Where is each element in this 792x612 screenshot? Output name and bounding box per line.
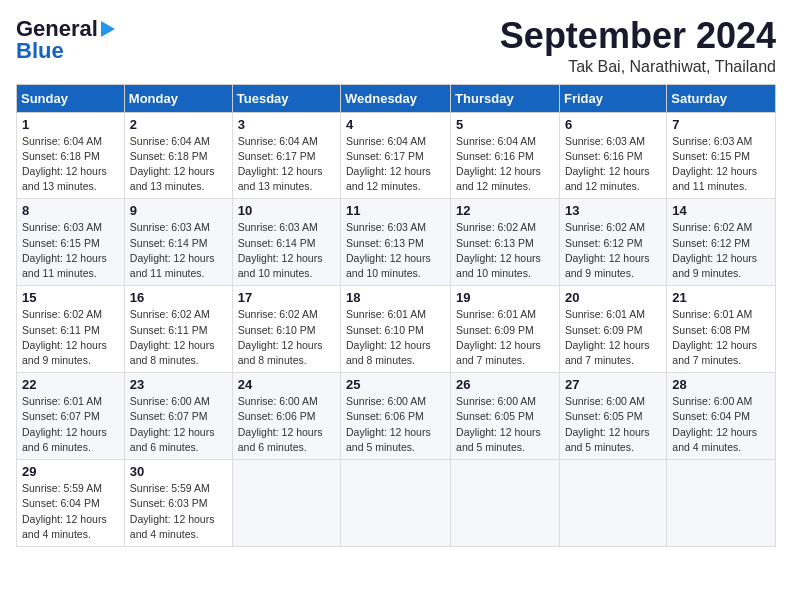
- calendar-header-row: Sunday Monday Tuesday Wednesday Thursday…: [17, 84, 776, 112]
- day-number: 11: [346, 203, 445, 218]
- day-number: 7: [672, 117, 770, 132]
- day-info: Sunrise: 6:01 AM Sunset: 6:08 PM Dayligh…: [672, 307, 770, 368]
- calendar-day-cell: 4 Sunrise: 6:04 AM Sunset: 6:17 PM Dayli…: [341, 112, 451, 199]
- day-info: Sunrise: 6:04 AM Sunset: 6:18 PM Dayligh…: [22, 134, 119, 195]
- day-number: 12: [456, 203, 554, 218]
- calendar-day-cell: 6 Sunrise: 6:03 AM Sunset: 6:16 PM Dayli…: [559, 112, 666, 199]
- day-info: Sunrise: 6:03 AM Sunset: 6:15 PM Dayligh…: [22, 220, 119, 281]
- day-number: 3: [238, 117, 335, 132]
- calendar-day-cell: 14 Sunrise: 6:02 AM Sunset: 6:12 PM Dayl…: [667, 199, 776, 286]
- calendar-week-row: 15 Sunrise: 6:02 AM Sunset: 6:11 PM Dayl…: [17, 286, 776, 373]
- day-info: Sunrise: 5:59 AM Sunset: 6:04 PM Dayligh…: [22, 481, 119, 542]
- day-number: 8: [22, 203, 119, 218]
- day-number: 20: [565, 290, 661, 305]
- calendar-week-row: 1 Sunrise: 6:04 AM Sunset: 6:18 PM Dayli…: [17, 112, 776, 199]
- day-info: Sunrise: 6:01 AM Sunset: 6:09 PM Dayligh…: [565, 307, 661, 368]
- calendar-day-cell: 26 Sunrise: 6:00 AM Sunset: 6:05 PM Dayl…: [451, 373, 560, 460]
- calendar-day-cell: 21 Sunrise: 6:01 AM Sunset: 6:08 PM Dayl…: [667, 286, 776, 373]
- day-number: 15: [22, 290, 119, 305]
- day-number: 29: [22, 464, 119, 479]
- day-info: Sunrise: 6:00 AM Sunset: 6:06 PM Dayligh…: [346, 394, 445, 455]
- day-info: Sunrise: 6:02 AM Sunset: 6:11 PM Dayligh…: [22, 307, 119, 368]
- calendar-day-cell: 17 Sunrise: 6:02 AM Sunset: 6:10 PM Dayl…: [232, 286, 340, 373]
- day-info: Sunrise: 6:00 AM Sunset: 6:04 PM Dayligh…: [672, 394, 770, 455]
- day-info: Sunrise: 6:02 AM Sunset: 6:12 PM Dayligh…: [565, 220, 661, 281]
- day-number: 27: [565, 377, 661, 392]
- day-info: Sunrise: 6:01 AM Sunset: 6:09 PM Dayligh…: [456, 307, 554, 368]
- calendar-day-cell: 20 Sunrise: 6:01 AM Sunset: 6:09 PM Dayl…: [559, 286, 666, 373]
- day-info: Sunrise: 6:00 AM Sunset: 6:06 PM Dayligh…: [238, 394, 335, 455]
- col-friday: Friday: [559, 84, 666, 112]
- col-tuesday: Tuesday: [232, 84, 340, 112]
- calendar-day-cell: 5 Sunrise: 6:04 AM Sunset: 6:16 PM Dayli…: [451, 112, 560, 199]
- page-header: General Blue September 2024 Tak Bai, Nar…: [16, 16, 776, 76]
- day-number: 25: [346, 377, 445, 392]
- day-number: 30: [130, 464, 227, 479]
- calendar-day-cell: 30 Sunrise: 5:59 AM Sunset: 6:03 PM Dayl…: [124, 460, 232, 547]
- day-number: 28: [672, 377, 770, 392]
- empty-cell: [559, 460, 666, 547]
- calendar-day-cell: 25 Sunrise: 6:00 AM Sunset: 6:06 PM Dayl…: [341, 373, 451, 460]
- day-info: Sunrise: 6:03 AM Sunset: 6:14 PM Dayligh…: [238, 220, 335, 281]
- day-number: 26: [456, 377, 554, 392]
- day-number: 18: [346, 290, 445, 305]
- calendar-day-cell: 29 Sunrise: 5:59 AM Sunset: 6:04 PM Dayl…: [17, 460, 125, 547]
- calendar-week-row: 8 Sunrise: 6:03 AM Sunset: 6:15 PM Dayli…: [17, 199, 776, 286]
- day-info: Sunrise: 6:03 AM Sunset: 6:14 PM Dayligh…: [130, 220, 227, 281]
- calendar-week-row: 22 Sunrise: 6:01 AM Sunset: 6:07 PM Dayl…: [17, 373, 776, 460]
- day-info: Sunrise: 6:03 AM Sunset: 6:13 PM Dayligh…: [346, 220, 445, 281]
- col-saturday: Saturday: [667, 84, 776, 112]
- day-info: Sunrise: 5:59 AM Sunset: 6:03 PM Dayligh…: [130, 481, 227, 542]
- calendar-day-cell: 11 Sunrise: 6:03 AM Sunset: 6:13 PM Dayl…: [341, 199, 451, 286]
- day-number: 23: [130, 377, 227, 392]
- day-number: 5: [456, 117, 554, 132]
- empty-cell: [341, 460, 451, 547]
- day-info: Sunrise: 6:00 AM Sunset: 6:05 PM Dayligh…: [565, 394, 661, 455]
- col-wednesday: Wednesday: [341, 84, 451, 112]
- col-sunday: Sunday: [17, 84, 125, 112]
- calendar-day-cell: 1 Sunrise: 6:04 AM Sunset: 6:18 PM Dayli…: [17, 112, 125, 199]
- col-monday: Monday: [124, 84, 232, 112]
- day-info: Sunrise: 6:01 AM Sunset: 6:10 PM Dayligh…: [346, 307, 445, 368]
- calendar-day-cell: 9 Sunrise: 6:03 AM Sunset: 6:14 PM Dayli…: [124, 199, 232, 286]
- day-info: Sunrise: 6:04 AM Sunset: 6:16 PM Dayligh…: [456, 134, 554, 195]
- day-info: Sunrise: 6:03 AM Sunset: 6:16 PM Dayligh…: [565, 134, 661, 195]
- day-number: 13: [565, 203, 661, 218]
- day-number: 4: [346, 117, 445, 132]
- calendar-table: Sunday Monday Tuesday Wednesday Thursday…: [16, 84, 776, 547]
- calendar-day-cell: 24 Sunrise: 6:00 AM Sunset: 6:06 PM Dayl…: [232, 373, 340, 460]
- calendar-day-cell: 23 Sunrise: 6:00 AM Sunset: 6:07 PM Dayl…: [124, 373, 232, 460]
- calendar-day-cell: 2 Sunrise: 6:04 AM Sunset: 6:18 PM Dayli…: [124, 112, 232, 199]
- day-number: 17: [238, 290, 335, 305]
- day-info: Sunrise: 6:02 AM Sunset: 6:11 PM Dayligh…: [130, 307, 227, 368]
- day-number: 1: [22, 117, 119, 132]
- day-info: Sunrise: 6:00 AM Sunset: 6:05 PM Dayligh…: [456, 394, 554, 455]
- calendar-day-cell: 28 Sunrise: 6:00 AM Sunset: 6:04 PM Dayl…: [667, 373, 776, 460]
- day-info: Sunrise: 6:01 AM Sunset: 6:07 PM Dayligh…: [22, 394, 119, 455]
- calendar-day-cell: 16 Sunrise: 6:02 AM Sunset: 6:11 PM Dayl…: [124, 286, 232, 373]
- calendar-day-cell: 10 Sunrise: 6:03 AM Sunset: 6:14 PM Dayl…: [232, 199, 340, 286]
- empty-cell: [232, 460, 340, 547]
- logo-blue: Blue: [16, 38, 64, 64]
- day-number: 9: [130, 203, 227, 218]
- day-number: 10: [238, 203, 335, 218]
- day-info: Sunrise: 6:04 AM Sunset: 6:17 PM Dayligh…: [238, 134, 335, 195]
- day-info: Sunrise: 6:02 AM Sunset: 6:10 PM Dayligh…: [238, 307, 335, 368]
- logo: General Blue: [16, 16, 116, 64]
- day-number: 19: [456, 290, 554, 305]
- calendar-day-cell: 27 Sunrise: 6:00 AM Sunset: 6:05 PM Dayl…: [559, 373, 666, 460]
- calendar-day-cell: 15 Sunrise: 6:02 AM Sunset: 6:11 PM Dayl…: [17, 286, 125, 373]
- empty-cell: [451, 460, 560, 547]
- location-subtitle: Tak Bai, Narathiwat, Thailand: [500, 58, 776, 76]
- day-number: 2: [130, 117, 227, 132]
- calendar-day-cell: 19 Sunrise: 6:01 AM Sunset: 6:09 PM Dayl…: [451, 286, 560, 373]
- day-number: 6: [565, 117, 661, 132]
- calendar-day-cell: 8 Sunrise: 6:03 AM Sunset: 6:15 PM Dayli…: [17, 199, 125, 286]
- month-title: September 2024: [500, 16, 776, 56]
- day-number: 22: [22, 377, 119, 392]
- day-info: Sunrise: 6:04 AM Sunset: 6:17 PM Dayligh…: [346, 134, 445, 195]
- day-number: 21: [672, 290, 770, 305]
- calendar-day-cell: 13 Sunrise: 6:02 AM Sunset: 6:12 PM Dayl…: [559, 199, 666, 286]
- title-area: September 2024 Tak Bai, Narathiwat, Thai…: [500, 16, 776, 76]
- day-info: Sunrise: 6:02 AM Sunset: 6:13 PM Dayligh…: [456, 220, 554, 281]
